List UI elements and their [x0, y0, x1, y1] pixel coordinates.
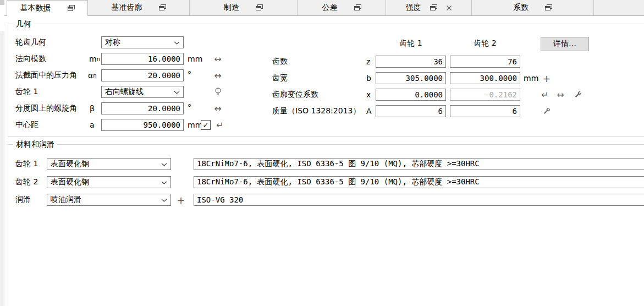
- geometry-group-label: 几何: [13, 19, 34, 28]
- quality-symbol: A: [366, 105, 372, 117]
- material-gear2-select[interactable]: 表面硬化钢: [47, 176, 171, 188]
- tab-basic-data[interactable]: 基本数据: [7, 0, 88, 16]
- teeth-gear1-input[interactable]: 36: [376, 56, 446, 68]
- tab-reference-profile-label: 基准齿廓: [112, 3, 142, 13]
- material-gear1-select[interactable]: 表面硬化钢: [47, 158, 171, 170]
- plus-icon[interactable]: +: [176, 194, 186, 206]
- tab-coefficients-label: 系数: [513, 3, 529, 13]
- chevron-down-icon: [174, 91, 180, 94]
- tooth-geometry-select[interactable]: 对称: [101, 36, 184, 48]
- material-gear1-description[interactable]: 18CrNiMo7-6, 表面硬化, ISO 6336-5 图 9/10 (MQ…: [194, 158, 644, 170]
- gear2-column-header: 齿轮 2: [450, 39, 520, 48]
- center-distance-symbol: a: [90, 119, 95, 131]
- pressure-angle-unit: °: [188, 68, 191, 80]
- tab-manufacturing-label: 制造: [224, 3, 239, 13]
- checkmark-icon: ✓: [203, 121, 209, 129]
- face-width-gear1-input[interactable]: 305.0000: [376, 72, 446, 84]
- chevron-down-icon: [174, 41, 180, 45]
- material-gear1-label: 齿轮 1: [15, 158, 38, 170]
- convert-swap-icon[interactable]: ↔: [212, 53, 223, 65]
- material-group-label: 材料和润滑: [13, 140, 57, 149]
- normal-module-unit: mm: [188, 53, 202, 65]
- helix-angle-unit: °: [188, 101, 191, 113]
- pressure-angle-symbol: αn: [88, 69, 97, 81]
- tab-strength[interactable]: 强度: [386, 0, 472, 15]
- left-panel-edge: [0, 31, 4, 306]
- chevron-down-icon: [161, 199, 167, 202]
- material-gear1-value: 表面硬化钢: [51, 159, 89, 169]
- tooth-geometry-label: 轮齿几何: [15, 36, 46, 48]
- gear1-helix-label: 齿轮 1: [15, 86, 38, 98]
- window-corner-handle: [0, 0, 4, 5]
- face-width-gear2-input[interactable]: 300.0000: [450, 72, 520, 84]
- chevron-down-icon: [161, 181, 167, 184]
- normal-module-label: 法向模数: [15, 53, 46, 65]
- gear1-column-header: 齿轮 1: [376, 39, 446, 48]
- lubrication-label: 润滑: [15, 194, 31, 206]
- teeth-gear2-input[interactable]: 76: [450, 56, 520, 68]
- detach-window-icon[interactable]: [256, 4, 263, 11]
- lubrication-description[interactable]: ISO-VG 320: [194, 194, 644, 206]
- tab-tolerances[interactable]: 公差: [298, 0, 386, 15]
- pressure-angle-input[interactable]: 20.0000: [101, 69, 184, 81]
- pressure-angle-label: 法截面中的压力角: [15, 69, 77, 81]
- profile-shift-gear1-input[interactable]: 0.0000: [376, 89, 446, 101]
- chevron-down-icon: [161, 163, 167, 166]
- tab-strength-label: 强度: [406, 3, 421, 13]
- profile-shift-symbol: x: [366, 89, 371, 101]
- detach-window-icon[interactable]: [354, 4, 361, 11]
- material-gear2-value: 表面硬化钢: [51, 177, 89, 187]
- convert-swap-icon[interactable]: ↔: [212, 102, 223, 114]
- detach-window-icon[interactable]: [68, 5, 75, 12]
- number-of-teeth-label: 齿数: [272, 56, 288, 68]
- normal-module-input[interactable]: 16.0000: [101, 53, 184, 65]
- tab-manufacturing[interactable]: 制造: [190, 0, 298, 15]
- helix-angle-symbol: β: [90, 102, 95, 114]
- material-gear2-description[interactable]: 18CrNiMo7-6, 表面硬化, ISO 6336-5 图 9/10 (MQ…: [194, 176, 644, 188]
- convert-swap-icon[interactable]: ↔: [555, 89, 566, 101]
- face-width-label: 齿宽: [272, 72, 288, 84]
- quality-gear2-input[interactable]: 6: [450, 105, 520, 117]
- calculate-return-icon[interactable]: ↵: [214, 119, 225, 131]
- tab-coefficients[interactable]: 系数: [472, 0, 594, 15]
- detach-window-icon[interactable]: [430, 4, 437, 11]
- gear1-helix-value: 右向螺旋线: [105, 87, 144, 97]
- face-width-unit: mm: [524, 72, 538, 84]
- profile-shift-label: 齿廓变位系数: [272, 89, 318, 101]
- wrench-icon[interactable]: [574, 89, 582, 101]
- tooth-geometry-value: 对称: [105, 37, 120, 47]
- lightbulb-icon[interactable]: [213, 86, 222, 98]
- center-distance-input[interactable]: 950.0000: [101, 119, 184, 131]
- normal-module-symbol: mn: [89, 53, 100, 65]
- tab-reference-profile[interactable]: 基准齿廓: [88, 0, 190, 15]
- convert-swap-icon[interactable]: ↔: [212, 69, 223, 81]
- tab-tolerances-label: 公差: [322, 3, 338, 13]
- tabbar-filler: [594, 0, 644, 15]
- lubrication-select[interactable]: 喷油润滑: [47, 194, 171, 206]
- number-of-teeth-symbol: z: [366, 56, 370, 68]
- quality-gear1-input[interactable]: 6: [376, 105, 446, 117]
- gear1-helix-select[interactable]: 右向螺旋线: [101, 86, 184, 98]
- detach-window-icon[interactable]: [159, 4, 166, 11]
- center-distance-checkbox[interactable]: ✓: [201, 120, 211, 130]
- helix-angle-label: 分度圆上的螺旋角: [15, 102, 77, 114]
- profile-shift-gear2-input: -0.2162: [450, 89, 520, 101]
- details-button[interactable]: 详情…: [541, 37, 589, 51]
- gear-basic-data-window: 基本数据 基准齿廓 制造 公差 强度: [0, 0, 644, 306]
- tabbar-bottom-line: [4, 15, 644, 16]
- wrench-icon[interactable]: [542, 105, 551, 117]
- plus-icon[interactable]: +: [542, 72, 552, 84]
- material-gear2-label: 齿轮 2: [15, 176, 38, 188]
- lubrication-value: 喷油润滑: [51, 195, 81, 205]
- detach-window-icon[interactable]: [545, 4, 552, 11]
- quality-label: 质量（ISO 1328:2013）: [272, 105, 360, 117]
- close-tab-icon[interactable]: [446, 5, 452, 11]
- center-distance-label: 中心距: [15, 119, 38, 131]
- helix-angle-input[interactable]: 20.0000: [101, 102, 184, 114]
- tab-basic-data-label: 基本数据: [20, 3, 51, 13]
- calculate-return-icon[interactable]: ↵: [540, 89, 551, 101]
- face-width-symbol: b: [366, 72, 371, 84]
